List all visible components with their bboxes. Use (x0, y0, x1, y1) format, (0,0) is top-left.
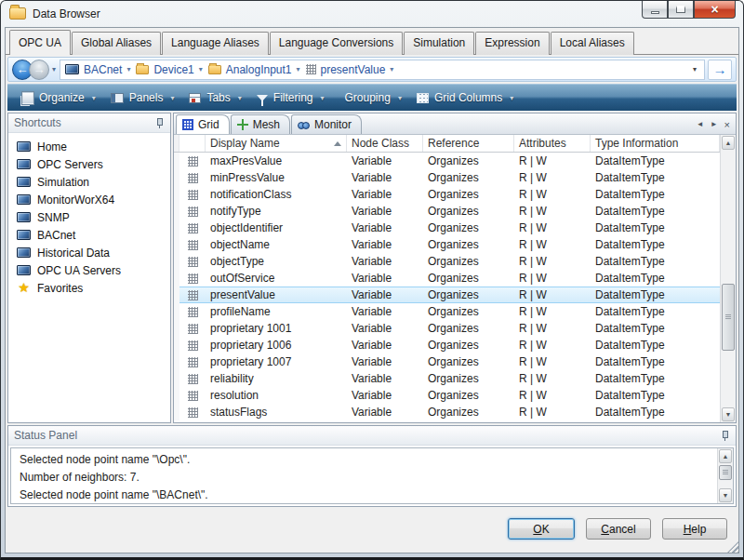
scrollbar-thumb[interactable] (719, 465, 732, 480)
table-row-notificationclass[interactable]: notificationClassVariableOrganizesR | WD… (174, 186, 720, 203)
toolbar-panels-button[interactable]: Panels▾ (103, 91, 182, 104)
table-row-objectidentifier[interactable]: objectIdentifierVariableOrganizesR | WDa… (174, 220, 720, 236)
cell-attributes: R | W (514, 203, 591, 220)
tab-opc-ua[interactable]: OPC UA (9, 30, 71, 55)
cell-node-class: Variable (347, 370, 423, 387)
column-header-display-name[interactable]: Display Name (206, 135, 347, 152)
sidebar-item-snmp[interactable]: SNMP (10, 208, 168, 226)
scroll-up-icon[interactable]: ▲ (722, 136, 735, 150)
cell-node-class: Variable (347, 236, 423, 253)
chevron-down-icon[interactable]: ▾ (92, 94, 96, 102)
chevron-down-icon[interactable]: ▾ (510, 94, 513, 102)
toolbar-grid-columns-button[interactable]: Grid Columns▾ (409, 91, 521, 104)
breadcrumb-item-bacnet[interactable]: BACnet▾ (62, 60, 133, 79)
maximize-button[interactable] (668, 1, 694, 19)
tab-simulation[interactable]: Simulation (404, 32, 474, 55)
address-combobox[interactable]: BACnet▾Device1▾AnalogInput1▾presentValue… (60, 60, 705, 80)
shortcuts-list: HomeOPC ServersSimulationMonitorWorX64SN… (8, 133, 170, 301)
close-button[interactable]: × (694, 1, 736, 19)
tab-local-aliases[interactable]: Local Aliases (551, 32, 634, 55)
sidebar-item-opc-servers[interactable]: OPC Servers (10, 155, 168, 173)
sidebar-item-favorites[interactable]: ★Favorites (10, 279, 168, 297)
table-row-objectname[interactable]: objectNameVariableOrganizesR | WDataItem… (174, 236, 720, 253)
sidebar-item-historical-data[interactable]: Historical Data (10, 244, 168, 261)
chevron-down-icon[interactable]: ▾ (199, 65, 203, 73)
table-row-objecttype[interactable]: objectTypeVariableOrganizesR | WDataItem… (174, 253, 720, 270)
breadcrumb-item-analoginput1[interactable]: AnalogInput1▾ (206, 60, 303, 79)
table-row-minpressvalue[interactable]: minPressValueVariableOrganizesR | WDataI… (174, 169, 720, 186)
chevron-down-icon[interactable]: ▾ (321, 94, 325, 102)
chevron-down-icon[interactable]: ▾ (170, 94, 174, 102)
chevron-down-icon[interactable]: ▾ (126, 65, 130, 73)
grid-vertical-scrollbar[interactable]: ▲ ▼ (720, 135, 736, 422)
chevron-down-icon[interactable]: ▾ (297, 65, 300, 73)
scroll-up-icon[interactable]: ▲ (719, 449, 732, 463)
table-row-resolution[interactable]: resolutionVariableOrganizesR | WDataItem… (174, 387, 720, 404)
table-row-proprietary-1007[interactable]: proprietary 1007VariableOrganizesR | WDa… (174, 353, 720, 370)
toolbar-grouping-button[interactable]: Grouping▾ (332, 91, 409, 104)
doc-tab-grid[interactable]: Grid (176, 114, 230, 134)
cancel-button[interactable]: Cancel (586, 518, 651, 540)
status-vertical-scrollbar[interactable]: ▲ ▼ (717, 448, 733, 503)
column-header-reference[interactable]: Reference (423, 135, 514, 152)
tab-expression[interactable]: Expression (475, 32, 549, 55)
breadcrumb-item-device1[interactable]: Device1▾ (133, 60, 205, 79)
pin-icon[interactable] (155, 118, 165, 128)
table-row-notifytype[interactable]: notifyTypeVariableOrganizesR | WDataItem… (174, 203, 720, 220)
table-row-reliability[interactable]: reliabilityVariableOrganizesR | WDataIte… (174, 370, 720, 387)
title-bar[interactable]: Data Browser × (1, 1, 743, 26)
table-row-profilename[interactable]: profileNameVariableOrganizesR | WDataIte… (174, 303, 720, 320)
monitor-icon (17, 177, 31, 187)
column-header-type-information[interactable]: Type Information (591, 135, 720, 152)
history-chevron-down-icon[interactable]: ▾ (52, 65, 56, 73)
toolbar-filtering-button[interactable]: Filtering▾ (249, 91, 332, 104)
table-row-proprietary-1006[interactable]: proprietary 1006VariableOrganizesR | WDa… (174, 337, 720, 353)
sidebar-item-monitorworx64[interactable]: MonitorWorX64 (10, 191, 168, 208)
column-header-attributes[interactable]: Attributes (514, 135, 591, 152)
scrollbar-thumb[interactable] (722, 284, 735, 351)
monitor-icon (17, 194, 31, 205)
icon-column-header[interactable] (179, 135, 206, 152)
table-row-presentvalue[interactable]: presentValueVariableOrganizesR | WDataIt… (174, 287, 720, 303)
chevron-down-icon[interactable]: ▾ (390, 65, 393, 73)
tag-grid-icon (188, 207, 198, 217)
pin-icon[interactable] (721, 431, 730, 441)
table-row-statusflags[interactable]: statusFlagsVariableOrganizesR | WDataIte… (174, 404, 720, 420)
scroll-down-icon[interactable]: ▼ (722, 407, 735, 421)
table-row-proprietary-1001[interactable]: proprietary 1001VariableOrganizesR | WDa… (174, 320, 720, 337)
tab-global-aliases[interactable]: Global Aliases (72, 32, 161, 55)
scroll-down-icon[interactable]: ▼ (719, 488, 732, 502)
tab-close-icon[interactable]: × (724, 121, 730, 128)
breadcrumb-item-presentvalue[interactable]: presentValue▾ (303, 60, 397, 79)
tab-language-conversions[interactable]: Language Conversions (270, 32, 403, 55)
sidebar-item-simulation[interactable]: Simulation (10, 173, 168, 191)
go-button[interactable]: → (708, 60, 732, 80)
chevron-down-icon[interactable]: ▾ (398, 94, 402, 102)
cell-node-class: Variable (347, 353, 423, 370)
address-chevron-down-icon[interactable]: ▾ (687, 65, 702, 73)
help-button[interactable]: Help (662, 518, 727, 540)
tab-scroll-right-icon[interactable]: ► (711, 120, 718, 128)
chevron-down-icon[interactable]: ▾ (238, 94, 242, 102)
column-header-node-class[interactable]: Node Class (347, 135, 423, 152)
sidebar-item-bacnet[interactable]: BACnet (10, 226, 168, 244)
toolbar-organize-button[interactable]: Organize▾ (15, 91, 103, 104)
cell-type-information: DataItemType (591, 203, 720, 220)
sidebar-item-opc-ua-servers[interactable]: OPC UA Servers (10, 261, 168, 279)
ok-button[interactable]: OK (508, 518, 575, 540)
doc-tab-mesh[interactable]: Mesh (231, 114, 290, 134)
cell-display-name: resolution (206, 387, 347, 404)
sidebar-item-home[interactable]: Home (10, 138, 168, 155)
tab-scroll-left-icon[interactable]: ◄ (697, 120, 704, 128)
minimize-button[interactable] (642, 1, 668, 19)
forward-button[interactable]: → (29, 60, 49, 80)
table-row-maxpresvalue[interactable]: maxPresValueVariableOrganizesR | WDataIt… (174, 153, 720, 169)
toolbar-tabs-button[interactable]: Tabs▾ (181, 91, 248, 104)
cell-attributes: R | W (514, 303, 591, 320)
tab-language-aliases[interactable]: Language Aliases (162, 32, 269, 55)
table-row-outofservice[interactable]: outOfServiceVariableOrganizesR | WDataIt… (174, 270, 720, 287)
cell-node-class: Variable (347, 387, 423, 404)
cell-type-information: DataItemType (591, 337, 720, 353)
doc-tab-monitor[interactable]: Monitor (291, 114, 362, 134)
tag-grid-icon (188, 190, 198, 200)
